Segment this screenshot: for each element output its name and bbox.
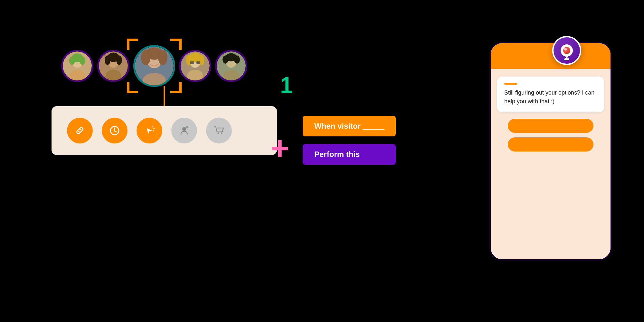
bot-iris xyxy=(563,47,570,54)
svg-line-33 xyxy=(152,126,153,127)
reply-button-2[interactable] xyxy=(508,137,593,152)
svg-line-35 xyxy=(153,130,154,131)
link-action-button[interactable] xyxy=(67,118,93,143)
svg-point-37 xyxy=(218,133,219,134)
svg-point-11 xyxy=(116,56,122,65)
avatar-4 xyxy=(179,50,211,82)
action-panel xyxy=(52,106,277,155)
connector-line xyxy=(164,86,165,106)
face-avatar-2 xyxy=(99,51,128,80)
phone-mockup: Still figuring out your options? I can h… xyxy=(489,42,612,261)
main-scene: 1 + When visitor _____ Perform this Stil… xyxy=(0,0,644,322)
perform-this-badge[interactable]: Perform this xyxy=(303,144,396,165)
number-decoration: 1 xyxy=(280,74,293,97)
chat-text: Still figuring out your options? I can h… xyxy=(504,89,594,105)
face-avatar-1 xyxy=(63,51,92,80)
avatar-2 xyxy=(97,50,129,82)
bracket-bl xyxy=(127,82,138,93)
middle-section: When visitor _____ Perform this xyxy=(303,116,396,165)
left-section xyxy=(52,45,296,155)
avatar-featured xyxy=(133,45,175,87)
reply-buttons-container xyxy=(497,119,604,152)
cart-action-button[interactable] xyxy=(206,118,232,143)
svg-point-10 xyxy=(105,56,110,65)
cursor-action-button[interactable] xyxy=(137,118,162,143)
plus-decoration: + xyxy=(270,132,289,164)
svg-point-31 xyxy=(234,56,240,64)
clock-action-button[interactable] xyxy=(102,118,128,143)
bubble-accent-line xyxy=(504,83,517,85)
bot-user-icon xyxy=(564,54,570,60)
svg-point-36 xyxy=(182,127,186,131)
avatar-1 xyxy=(61,50,93,82)
user-refresh-action-button[interactable] xyxy=(171,118,197,143)
when-visitor-badge[interactable]: When visitor _____ xyxy=(303,116,396,136)
svg-point-17 xyxy=(158,50,167,65)
reply-button-1[interactable] xyxy=(508,119,593,133)
bracket-tl xyxy=(127,39,138,50)
face-avatar-5 xyxy=(217,51,246,80)
svg-point-39 xyxy=(565,55,568,58)
svg-point-5 xyxy=(80,57,85,65)
chat-bubble: Still figuring out your options? I can h… xyxy=(497,77,604,112)
svg-point-4 xyxy=(69,57,75,65)
avatar-row xyxy=(52,45,296,87)
phone-header xyxy=(491,43,611,69)
bracket-tr xyxy=(170,39,182,50)
svg-rect-25 xyxy=(196,61,201,64)
face-avatar-4 xyxy=(181,51,210,80)
svg-point-16 xyxy=(141,50,150,65)
bracket-br xyxy=(170,82,182,93)
avatar-5 xyxy=(215,50,247,82)
svg-rect-24 xyxy=(190,61,194,64)
svg-point-38 xyxy=(221,133,223,134)
face-avatar-featured xyxy=(135,47,174,85)
svg-point-30 xyxy=(223,56,228,64)
bot-avatar xyxy=(552,36,581,65)
phone-body: Still figuring out your options? I can h… xyxy=(491,69,611,259)
